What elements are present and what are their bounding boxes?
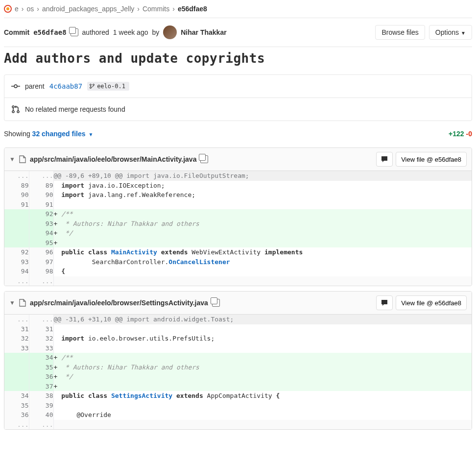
- new-line-number[interactable]: 33: [29, 343, 53, 353]
- code-cell: public class MainActivity extends WebVie…: [53, 247, 472, 257]
- file-icon: [19, 299, 26, 307]
- diff-line[interactable]: 95+: [4, 238, 472, 248]
- old-line-number[interactable]: 89: [4, 181, 29, 191]
- new-line-number[interactable]: 89: [29, 181, 53, 191]
- options-dropdown[interactable]: Options▼: [429, 25, 472, 40]
- diff-line[interactable]: 35+ * Authors: Nihar Thakkar and others: [4, 363, 472, 372]
- diff-line[interactable]: 93+ * Authors: Nihar Thakkar and others: [4, 219, 472, 229]
- breadcrumb-project[interactable]: android_packages_apps_Jelly: [42, 5, 134, 13]
- diff-line[interactable]: 36+ */: [4, 372, 472, 382]
- new-line-number[interactable]: 98: [29, 267, 53, 276]
- diff-line[interactable]: 92+ /**: [4, 209, 472, 219]
- code-cell: import java.lang.ref.WeakReference;: [53, 190, 472, 200]
- file-path[interactable]: app/src/main/java/io/eelo/browser/Settin…: [30, 299, 208, 307]
- new-line-number[interactable]: 36: [29, 372, 53, 382]
- new-line-number[interactable]: 34: [29, 353, 53, 363]
- browse-files-button[interactable]: Browse files: [375, 25, 425, 40]
- old-line-number[interactable]: [4, 363, 29, 372]
- diff-line[interactable]: 9397 SearchBarController.OnCancelListene…: [4, 257, 472, 267]
- branch-name: eelo-0.1: [97, 83, 125, 90]
- expand-context-row[interactable]: ......@@ -31,6 +31,10 @@ import android.…: [4, 315, 472, 324]
- new-line-number[interactable]: 97: [29, 257, 53, 267]
- collapse-toggle-icon[interactable]: ▼: [9, 156, 15, 163]
- diff-line[interactable]: 3438 public class SettingsActivity exten…: [4, 391, 472, 401]
- old-line-number[interactable]: 31: [4, 324, 29, 334]
- old-line-number[interactable]: 32: [4, 334, 29, 343]
- diff-line[interactable]: 3640 @Override: [4, 410, 472, 420]
- new-line-number[interactable]: 38: [29, 391, 53, 401]
- new-line-number[interactable]: 95: [29, 238, 53, 248]
- svg-point-0: [14, 85, 17, 88]
- old-line-number[interactable]: [4, 372, 29, 382]
- new-line-number[interactable]: 37: [29, 382, 53, 392]
- new-line-number[interactable]: 93: [29, 219, 53, 229]
- diff-line[interactable]: 3131: [4, 324, 472, 334]
- code-cell: [53, 401, 472, 411]
- copy-path-icon[interactable]: [212, 299, 220, 307]
- diff-line[interactable]: 9296 public class MainActivity extends W…: [4, 247, 472, 257]
- old-line-number[interactable]: 34: [4, 391, 29, 401]
- code-cell: + * Authors: Nihar Thakkar and others: [53, 219, 472, 229]
- copy-path-icon[interactable]: [200, 155, 208, 163]
- new-line-number[interactable]: 40: [29, 410, 53, 420]
- author-avatar[interactable]: [163, 25, 177, 39]
- code-cell: [53, 343, 472, 353]
- new-line-number[interactable]: 35: [29, 363, 53, 372]
- author-name[interactable]: Nihar Thakkar: [181, 28, 226, 36]
- new-line-number[interactable]: 39: [29, 401, 53, 411]
- new-line-number[interactable]: 31: [29, 324, 53, 334]
- diff-line[interactable]: 3333: [4, 343, 472, 353]
- diff-line[interactable]: 37+: [4, 382, 472, 392]
- old-line-number[interactable]: [4, 219, 29, 229]
- new-line-number[interactable]: 91: [29, 200, 53, 210]
- diff-table: ......@@ -31,6 +31,10 @@ import android.…: [4, 315, 472, 429]
- copy-sha-icon[interactable]: [71, 28, 78, 36]
- diff-line[interactable]: 34+ /**: [4, 353, 472, 363]
- file-path[interactable]: app/src/main/java/io/eelo/browser/MainAc…: [30, 155, 197, 163]
- old-line-number[interactable]: 94: [4, 267, 29, 276]
- old-line-number[interactable]: [4, 209, 29, 219]
- old-line-number[interactable]: 90: [4, 190, 29, 200]
- old-line-number[interactable]: 91: [4, 200, 29, 210]
- branch-tag[interactable]: eelo-0.1: [87, 82, 129, 91]
- comment-button[interactable]: [376, 152, 393, 167]
- diff-line[interactable]: 3539: [4, 401, 472, 411]
- changed-files-dropdown[interactable]: 32 changed files ▼: [32, 130, 94, 138]
- diff-file: ▼ app/src/main/java/io/eelo/browser/Main…: [4, 147, 472, 286]
- old-line-number[interactable]: [4, 238, 29, 248]
- breadcrumb-section[interactable]: Commits: [143, 5, 169, 13]
- diff-line[interactable]: 8989 import java.io.IOException;: [4, 181, 472, 191]
- view-file-button[interactable]: View file @ e56dfae8: [396, 152, 467, 167]
- expand-context-row[interactable]: ......: [4, 420, 472, 430]
- diff-line[interactable]: 3232 import io.eelo.browser.utils.PrefsU…: [4, 334, 472, 343]
- code-cell: @Override: [53, 410, 472, 420]
- old-line-number[interactable]: 93: [4, 257, 29, 267]
- diff-line[interactable]: 9191: [4, 200, 472, 210]
- old-line-number[interactable]: [4, 353, 29, 363]
- expand-context-row[interactable]: ......@@ -89,6 +89,10 @@ import java.io.…: [4, 171, 472, 181]
- old-line-number[interactable]: 92: [4, 247, 29, 257]
- new-line-number[interactable]: 90: [29, 190, 53, 200]
- breadcrumb-group[interactable]: os: [26, 5, 34, 13]
- old-line-number[interactable]: 33: [4, 343, 29, 353]
- view-file-button[interactable]: View file @ e56dfae8: [396, 295, 467, 310]
- new-line-number[interactable]: 94: [29, 228, 53, 238]
- breadcrumb-root[interactable]: e: [15, 5, 19, 13]
- collapse-toggle-icon[interactable]: ▼: [9, 299, 15, 306]
- diff-line[interactable]: 9090 import java.lang.ref.WeakReference;: [4, 190, 472, 200]
- diff-line[interactable]: 94+ */: [4, 228, 472, 238]
- new-line-number[interactable]: 32: [29, 334, 53, 343]
- old-line-number[interactable]: 35: [4, 401, 29, 411]
- old-line-number[interactable]: 36: [4, 410, 29, 420]
- diff-line[interactable]: 9498 {: [4, 267, 472, 276]
- parent-label: parent: [25, 82, 45, 90]
- parent-sha-link[interactable]: 4c6aab87: [49, 82, 82, 90]
- comment-button[interactable]: [376, 295, 393, 310]
- diff-stats: +122 -0: [449, 130, 472, 138]
- new-line-number[interactable]: 92: [29, 209, 53, 219]
- old-line-number[interactable]: [4, 382, 29, 392]
- expand-context-row[interactable]: ......: [4, 276, 472, 286]
- old-line-number[interactable]: [4, 228, 29, 238]
- new-line-number[interactable]: 96: [29, 247, 53, 257]
- code-cell: [53, 200, 472, 210]
